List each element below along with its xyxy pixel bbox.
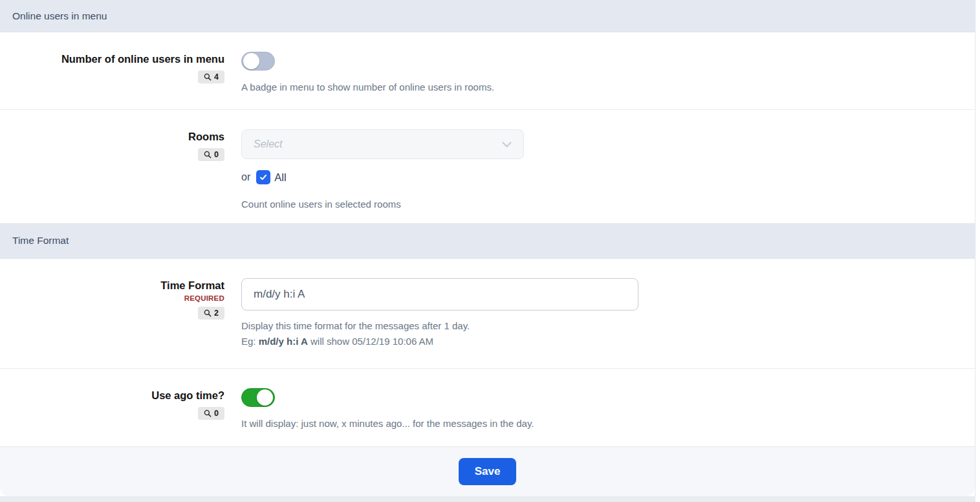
check-icon xyxy=(259,173,268,182)
settings-panel: Online users in menu Number of online us… xyxy=(0,0,975,496)
search-count-badge[interactable]: 0 xyxy=(198,148,224,161)
search-icon xyxy=(204,151,212,158)
setting-label-column: Use ago time? 0 xyxy=(0,388,224,446)
example-suffix: will show 05/12/19 10:06 AM xyxy=(308,336,433,347)
setting-label: Use ago time? xyxy=(0,388,224,402)
setting-row-rooms: Rooms 0 Select or All Count online users… xyxy=(0,110,975,223)
all-checkbox-label[interactable]: All xyxy=(274,171,286,184)
all-checkbox[interactable] xyxy=(256,170,270,184)
search-icon xyxy=(204,409,212,417)
form-footer: Save xyxy=(0,446,975,496)
setting-control-column: Display this time format for the message… xyxy=(241,278,975,368)
setting-example: Eg: m/d/y h:i A will show 05/12/19 10:06… xyxy=(241,334,975,349)
or-all-line: or All xyxy=(241,170,975,184)
setting-control-column: It will display: just now, x minutes ago… xyxy=(241,388,975,446)
setting-label-column: Rooms 0 xyxy=(0,129,224,223)
setting-description: It will display: just now, x minutes ago… xyxy=(241,416,975,431)
use-ago-time-toggle[interactable] xyxy=(241,388,275,407)
rooms-select[interactable]: Select xyxy=(241,129,524,159)
toggle-knob xyxy=(243,53,259,69)
section-title: Online users in menu xyxy=(12,10,107,22)
setting-label-column: Time Format REQUIRED 2 xyxy=(0,278,224,368)
search-count-badge[interactable]: 4 xyxy=(198,71,224,83)
section-header-time-format: Time Format xyxy=(0,223,975,259)
setting-row-number-online-users: Number of online users in menu 4 A badge… xyxy=(0,32,975,110)
search-count: 2 xyxy=(214,309,219,318)
search-count-badge[interactable]: 2 xyxy=(198,307,224,320)
search-count: 0 xyxy=(214,150,219,159)
save-button[interactable]: Save xyxy=(459,458,517,485)
search-count: 4 xyxy=(214,72,219,82)
time-format-input[interactable] xyxy=(241,278,638,311)
setting-label: Rooms xyxy=(0,129,224,144)
search-count-badge[interactable]: 0 xyxy=(198,407,224,420)
setting-row-use-ago-time: Use ago time? 0 It will display: just no… xyxy=(0,369,975,446)
select-placeholder: Select xyxy=(254,138,501,150)
section-title: Time Format xyxy=(12,235,69,246)
setting-label: Number of online users in menu xyxy=(0,52,224,66)
setting-label: Time Format xyxy=(0,278,224,292)
search-icon xyxy=(204,309,212,317)
setting-description: Count online users in selected rooms xyxy=(241,197,975,212)
setting-control-column: Select or All Count online users in sele… xyxy=(241,129,975,223)
setting-row-time-format: Time Format REQUIRED 2 Display this time… xyxy=(0,259,975,369)
or-label: or xyxy=(241,171,250,183)
example-format: m/d/y h:i A xyxy=(259,336,308,347)
page-background-strip xyxy=(0,496,975,502)
number-online-users-toggle[interactable] xyxy=(241,52,275,71)
example-prefix: Eg: xyxy=(241,336,259,347)
toggle-knob xyxy=(257,389,273,406)
search-count: 0 xyxy=(214,409,219,418)
section-header-online-users: Online users in menu xyxy=(0,0,975,32)
setting-control-column: A badge in menu to show number of online… xyxy=(241,52,975,109)
setting-label-column: Number of online users in menu 4 xyxy=(0,52,224,109)
setting-description: Display this time format for the message… xyxy=(241,318,975,334)
chevron-down-icon xyxy=(501,138,513,151)
setting-description: A badge in menu to show number of online… xyxy=(241,80,975,95)
search-icon xyxy=(204,73,212,81)
required-badge: REQUIRED xyxy=(0,294,224,302)
